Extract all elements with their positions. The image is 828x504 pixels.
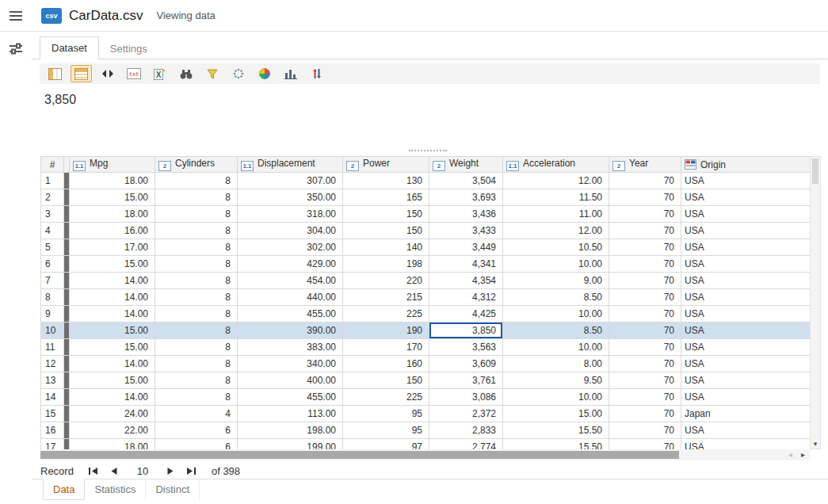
cell[interactable]: 11.00 — [503, 206, 609, 223]
cell[interactable]: 14.00 — [70, 356, 155, 372]
cell[interactable]: USA — [681, 189, 811, 206]
cell[interactable]: 3,449 — [429, 239, 503, 256]
cell[interactable]: 455.00 — [238, 306, 343, 323]
horizontal-scrollbar[interactable]: ◂ ▸ — [40, 449, 810, 460]
column-header-weight[interactable]: 2Weight — [429, 157, 503, 173]
cell[interactable]: 8 — [155, 323, 238, 339]
menu-icon[interactable] — [0, 0, 32, 32]
tab-statistics[interactable]: Statistics — [85, 479, 146, 500]
filter-icon[interactable] — [201, 65, 223, 82]
cell[interactable]: USA — [681, 356, 811, 372]
cell[interactable]: 383.00 — [238, 339, 343, 356]
last-record-button[interactable] — [182, 464, 201, 478]
cell[interactable]: 22.00 — [70, 422, 155, 439]
cell[interactable]: 150 — [343, 372, 429, 389]
cell[interactable]: 350.00 — [238, 189, 343, 206]
row-number[interactable]: 12 — [41, 356, 64, 372]
cell[interactable]: 225 — [343, 306, 429, 323]
cell[interactable]: 198.00 — [238, 422, 343, 439]
cell[interactable]: 8 — [155, 223, 238, 239]
prev-record-button[interactable] — [105, 464, 124, 478]
cell[interactable]: 4 — [155, 406, 238, 422]
cell[interactable]: 9.00 — [503, 273, 609, 289]
cell[interactable]: 199.00 — [238, 439, 343, 450]
vertical-scrollbar[interactable]: ▾ — [810, 156, 821, 449]
row-number[interactable]: 11 — [41, 339, 64, 356]
cell[interactable]: 95 — [343, 422, 429, 439]
cell[interactable]: 70 — [609, 223, 681, 239]
cell[interactable]: 8 — [155, 189, 238, 206]
cell[interactable]: 70 — [609, 372, 681, 389]
cell[interactable]: 140 — [343, 239, 429, 256]
first-record-button[interactable] — [84, 464, 103, 478]
cell[interactable]: 10.00 — [503, 389, 609, 406]
cell[interactable]: 2,372 — [429, 406, 503, 422]
cell[interactable]: 70 — [609, 273, 681, 289]
cell[interactable]: USA — [681, 273, 811, 289]
cell[interactable]: 97 — [343, 439, 429, 450]
cell[interactable]: 15.50 — [503, 422, 609, 439]
cell[interactable]: 307.00 — [238, 173, 343, 189]
cell[interactable]: 11.50 — [503, 189, 609, 206]
cell[interactable]: USA — [681, 173, 811, 189]
cell[interactable]: 18.00 — [70, 173, 155, 189]
cell[interactable]: 454.00 — [238, 273, 343, 289]
table-row[interactable]: 1315.008400.001503,7619.5070USA — [41, 372, 811, 389]
cell[interactable]: 8.50 — [503, 289, 609, 306]
row-grip[interactable] — [64, 306, 70, 323]
cell[interactable]: 429.00 — [238, 256, 343, 273]
cell[interactable]: 10.50 — [503, 239, 609, 256]
tab-data[interactable]: Data — [43, 479, 85, 500]
cell[interactable]: 3,563 — [429, 339, 503, 356]
cell[interactable]: 150 — [343, 206, 429, 223]
cell[interactable]: 304.00 — [238, 223, 343, 239]
cell[interactable]: 160 — [343, 356, 429, 372]
row-grip[interactable] — [64, 323, 70, 339]
cell[interactable]: 165 — [343, 189, 429, 206]
cell[interactable]: 70 — [609, 406, 681, 422]
cell[interactable]: 4,312 — [429, 289, 503, 306]
cell[interactable]: USA — [681, 323, 811, 339]
table-row[interactable]: 517.008302.001403,44910.5070USA — [41, 239, 811, 256]
table-row[interactable]: 215.008350.001653,69311.5070USA — [41, 189, 811, 206]
cell[interactable]: 3,433 — [429, 223, 503, 239]
row-grip[interactable] — [64, 189, 70, 206]
row-grip[interactable] — [64, 206, 70, 223]
row-number[interactable]: 6 — [41, 256, 64, 273]
table-row[interactable]: 1524.004113.00952,37215.0070Japan — [41, 406, 811, 422]
cell[interactable]: 15.00 — [70, 372, 155, 389]
row-number[interactable]: 5 — [41, 239, 64, 256]
cell[interactable]: 8 — [155, 389, 238, 406]
cell[interactable]: 70 — [609, 439, 681, 450]
cell[interactable]: 12.00 — [503, 223, 609, 239]
vertical-scroll-thumb[interactable] — [812, 158, 818, 184]
row-number[interactable]: 8 — [41, 289, 64, 306]
cell[interactable]: USA — [681, 439, 811, 450]
cell[interactable]: 15.00 — [70, 256, 155, 273]
cell[interactable]: 10.00 — [503, 339, 609, 356]
cell[interactable]: USA — [681, 306, 811, 323]
table-row[interactable]: 1015.008390.001903,8508.5070USA — [41, 323, 811, 339]
cell[interactable]: 6 — [155, 439, 238, 450]
scroll-right-icon[interactable]: ▸ — [801, 449, 805, 460]
cell[interactable]: 440.00 — [238, 289, 343, 306]
table-row[interactable]: 714.008454.002204,3549.0070USA — [41, 273, 811, 289]
cell[interactable]: 14.00 — [70, 306, 155, 323]
column-header-power[interactable]: 2Power — [343, 157, 429, 173]
column-header-mpg[interactable]: 1.1Mpg — [70, 157, 155, 173]
tab-distinct[interactable]: Distinct — [146, 479, 200, 500]
tab-dataset[interactable]: Dataset — [40, 36, 99, 59]
next-record-button[interactable] — [162, 464, 181, 478]
table-row[interactable]: 615.008429.001984,34110.0070USA — [41, 256, 811, 273]
chart-icon[interactable] — [280, 65, 301, 82]
table-row[interactable]: 1718.006199.00972,77415.5070USA — [41, 439, 811, 450]
table-row[interactable]: 814.008440.002154,3128.5070USA — [41, 289, 811, 306]
cell[interactable]: 318.00 — [238, 206, 343, 223]
table-row[interactable]: 1622.006198.00952,83315.5070USA — [41, 422, 811, 439]
row-number[interactable]: 9 — [41, 306, 64, 323]
row-grip[interactable] — [64, 173, 70, 189]
column-header-origin[interactable]: Origin — [681, 157, 811, 173]
row-grip[interactable] — [64, 339, 70, 356]
cell[interactable]: 3,761 — [429, 372, 503, 389]
cell[interactable]: USA — [681, 389, 811, 406]
